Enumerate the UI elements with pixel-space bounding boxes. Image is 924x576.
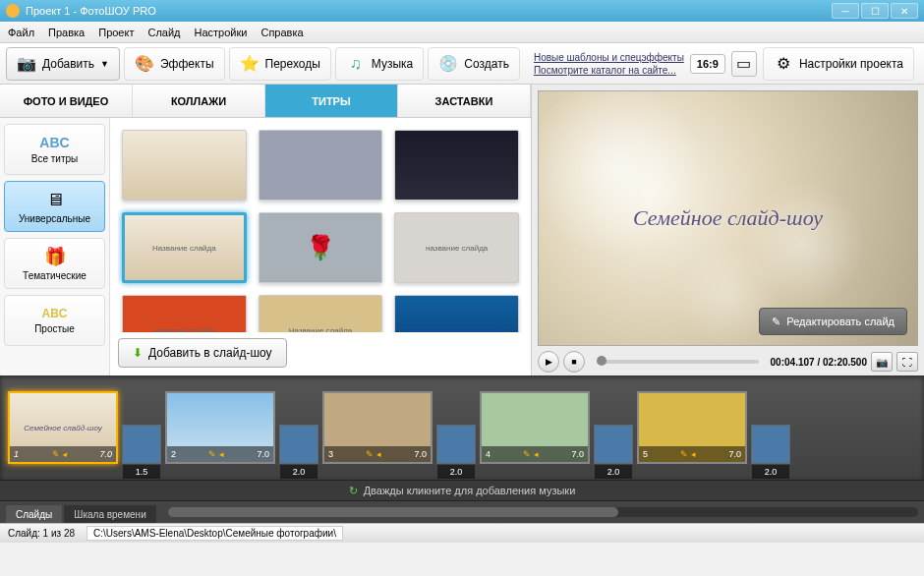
statusbar: Слайд: 1 из 28 C:\Users\AMS-Elena\Deskto… <box>0 523 924 543</box>
time-display: 00:04.107 / 02:20.500 <box>771 357 867 368</box>
refresh-icon: ↻ <box>349 485 358 497</box>
view-tab-slides[interactable]: Слайды <box>6 505 62 523</box>
create-button[interactable]: 💿 Создать <box>428 47 520 81</box>
tab-titles[interactable]: ТИТРЫ <box>265 85 398 117</box>
sidebar-item-simple[interactable]: ABC Простые <box>4 295 105 346</box>
transition-thumb[interactable]: 2.0 <box>594 425 633 464</box>
sidebar-item-universal[interactable]: 🖥 Универсальные <box>4 181 105 232</box>
play-button[interactable]: ▶ <box>538 351 559 373</box>
abc-simple-icon: ABC <box>42 307 68 320</box>
stop-button[interactable]: ■ <box>563 351 585 373</box>
menu-project[interactable]: Проект <box>98 27 134 38</box>
template-thumb[interactable] <box>259 130 383 201</box>
gear-icon: ⚙ <box>774 54 793 74</box>
toolbar: 📷 Добавить ▼ 🎨 Эффекты ⭐ Переходы ♫ Музы… <box>0 43 924 85</box>
add-button[interactable]: 📷 Добавить ▼ <box>6 47 120 81</box>
aspect-ratio-button[interactable]: 16:9 <box>690 54 725 74</box>
preview-area: Семейное слайд-шоу ✎ Редактировать слайд <box>538 90 918 346</box>
camera-icon: 📷 <box>17 54 36 74</box>
add-to-slideshow-button[interactable]: ⬇ Добавить в слайд-шоу <box>118 338 287 368</box>
transition-thumb[interactable]: 1.5 <box>122 425 161 464</box>
transition-thumb[interactable]: 2.0 <box>436 425 476 464</box>
app-icon <box>6 4 20 18</box>
status-path: C:\Users\AMS-Elena\Desktop\Семейные фото… <box>87 526 343 541</box>
menu-file[interactable]: Файл <box>8 27 34 38</box>
template-thumb[interactable]: 🌹 <box>259 212 383 283</box>
template-thumb[interactable]: Название слайда <box>259 295 383 332</box>
window-title: Проект 1 - ФотоШОУ PRO <box>26 5 156 17</box>
slide-strip: Семейное слайд-шоу1✎ ◂7.01.52✎ ◂7.02.03✎… <box>0 375 924 480</box>
gift-icon: 🎁 <box>44 246 66 267</box>
close-button[interactable]: ✕ <box>891 3 918 19</box>
timeline-slide[interactable]: 4✎ ◂7.0 <box>480 391 590 464</box>
abc-icon: ABC <box>39 135 69 150</box>
view-tab-timeline[interactable]: Шкала времени <box>64 505 155 523</box>
pencil-icon: ✎ <box>772 316 780 328</box>
timeline-slide[interactable]: 2✎ ◂7.0 <box>165 391 275 464</box>
sidebar-item-all[interactable]: ABC Все титры <box>4 124 105 175</box>
transition-thumb[interactable]: 2.0 <box>279 425 318 464</box>
tab-collages[interactable]: КОЛЛАЖИ <box>133 85 265 117</box>
minimize-button[interactable]: ─ <box>832 3 859 19</box>
menu-settings[interactable]: Настройки <box>195 27 248 38</box>
link-templates[interactable]: Новые шаблоны и спецэффекты <box>534 51 684 64</box>
menubar: Файл Правка Проект Слайд Настройки Справ… <box>0 22 924 43</box>
timeline-slide[interactable]: 3✎ ◂7.0 <box>322 391 433 464</box>
link-catalog[interactable]: Посмотрите каталог на сайте... <box>534 64 684 77</box>
effects-button[interactable]: 🎨 Эффекты <box>124 47 225 81</box>
maximize-button[interactable]: ☐ <box>861 3 889 19</box>
horizontal-scrollbar[interactable] <box>168 507 918 517</box>
display-button[interactable]: ▭ <box>731 51 757 77</box>
project-settings-button[interactable]: ⚙ Настройки проекта <box>763 47 914 81</box>
preview-title: Семейное слайд-шоу <box>633 205 823 231</box>
chevron-down-icon: ▼ <box>100 59 109 69</box>
palette-icon: 🎨 <box>135 54 154 74</box>
player-controls: ▶ ■ 00:04.107 / 02:20.500 📷 ⛶ <box>532 348 924 375</box>
transitions-button[interactable]: ⭐ Переходы <box>229 47 331 81</box>
template-thumb[interactable] <box>122 130 247 201</box>
download-icon: ⬇ <box>133 346 143 360</box>
sidebar: ABC Все титры 🖥 Универсальные 🎁 Тематиче… <box>0 118 110 375</box>
fullscreen-button[interactable]: ⛶ <box>896 352 918 372</box>
status-slide: Слайд: 1 из 28 <box>8 528 75 539</box>
timeline-slide[interactable]: Семейное слайд-шоу1✎ ◂7.0 <box>8 391 118 464</box>
timeline: Семейное слайд-шоу1✎ ◂7.01.52✎ ◂7.02.03✎… <box>0 375 924 523</box>
menu-slide[interactable]: Слайд <box>147 27 180 38</box>
tab-intros[interactable]: ЗАСТАВКИ <box>398 85 531 117</box>
tab-photo-video[interactable]: ФОТО И ВИДЕО <box>0 85 133 117</box>
sidebar-item-thematic[interactable]: 🎁 Тематические <box>4 238 105 289</box>
edit-slide-button[interactable]: ✎ Редактировать слайд <box>759 308 907 335</box>
star-icon: ⭐ <box>240 54 260 74</box>
transition-thumb[interactable]: 2.0 <box>751 425 790 464</box>
seek-bar[interactable] <box>597 360 759 364</box>
template-thumb[interactable]: название слайда <box>122 295 247 332</box>
promo-links: Новые шаблоны и спецэффекты Посмотрите к… <box>534 51 684 77</box>
category-tabs: ФОТО И ВИДЕО КОЛЛАЖИ ТИТРЫ ЗАСТАВКИ <box>0 85 531 118</box>
template-thumb[interactable]: Название слайда <box>122 212 247 283</box>
template-thumb[interactable]: название слайда <box>394 212 519 283</box>
template-thumb[interactable] <box>394 295 519 332</box>
music-button[interactable]: ♫ Музыка <box>335 47 424 81</box>
music-track[interactable]: ↻ Дважды кликните для добавления музыки <box>0 480 924 501</box>
timeline-slide[interactable]: 5✎ ◂7.0 <box>637 391 747 464</box>
snapshot-button[interactable]: 📷 <box>871 352 893 372</box>
menu-edit[interactable]: Правка <box>48 27 85 38</box>
monitor-icon: 🖥 <box>46 190 64 210</box>
menu-help[interactable]: Справка <box>260 27 303 38</box>
music-icon: ♫ <box>346 54 366 74</box>
template-gallery: Название слайда🌹название слайданазвание … <box>118 126 523 332</box>
disc-icon: 💿 <box>438 54 458 74</box>
template-thumb[interactable] <box>394 130 519 201</box>
titlebar: Проект 1 - ФотоШОУ PRO ─ ☐ ✕ <box>0 0 924 22</box>
